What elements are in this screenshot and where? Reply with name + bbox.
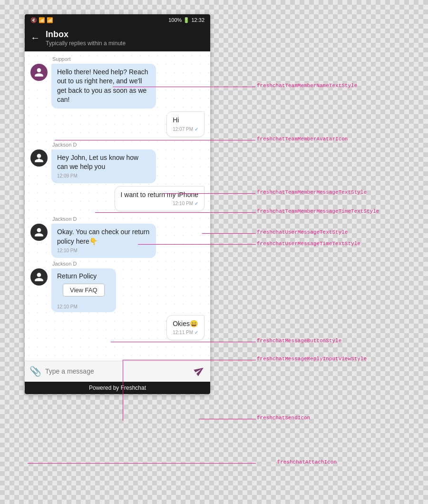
user-message-text: Hi [173,116,179,124]
ann-line-reply-style [123,360,256,360]
person-icon [34,67,44,78]
message-time: 12:10 PM [57,247,150,254]
time-text: 12:10 PM [57,304,78,309]
ann-label-msg-text: freshchatTeamMemberMessageTextStyle [257,189,367,195]
person-icon [34,227,44,237]
ann-label-user-text: freshchatUserMessageTextStyle [257,229,348,235]
agent-message-bubble: Hello there! Need help? Reach out to us … [51,64,156,109]
sender-label-jackson2: Jackson D [52,216,204,222]
ann-attach-area: freshchatAttachIcon [28,463,256,464]
time-text: 12:11 PM [173,329,193,336]
message-time: 12:10 PM [57,304,110,309]
status-bar-time-battery: 100% 🔋 12:32 [168,17,204,23]
ann-line-send [199,419,256,419]
time-text: 12:09 PM [57,173,78,179]
avatar [30,268,48,286]
ann-line-msg-time [95,212,256,213]
sender-label-support: Support [52,56,204,62]
avatar [30,64,48,81]
ann-label-msg-time: freshchatTeamMemberMessageTimeTextStyle [257,208,379,214]
ann-line-reply-v [123,360,123,421]
avatar [30,149,48,167]
agent-message-bubble: Hey John, Let us know how can we help yo… [51,149,156,183]
input-bar: 📎 [25,361,210,382]
attach-icon[interactable]: 📎 [29,366,41,377]
phone-frame: 🔇 📶 📶 100% 🔋 12:32 ← Inbox Typically rep… [25,14,210,394]
status-bar: 🔇 📶 📶 100% 🔋 12:32 [25,14,210,26]
table-row: Okies😄 12:11 PM ✓ [30,315,204,341]
agent-message-text: Hey John, Let us know how can we help yo… [57,154,138,171]
message-input[interactable] [45,367,191,375]
table-row: Hello there! Need help? Reach out to us … [30,64,204,109]
ann-label-name-style: freshchatTeamMemberNameTextStyle [257,83,357,89]
ann-label-attach: freshchatAttachIcon [277,459,337,465]
avatar [30,224,48,241]
inbox-subtitle: Typically replies within a minute [46,40,126,47]
ann-line-name-style [113,87,255,87]
user-message-bubble: Okies😄 12:11 PM ✓ [166,315,204,341]
checkmark-icon: ✓ [195,200,198,207]
status-bar-icons: 🔇 📶 📶 [30,17,53,23]
view-faq-button[interactable]: View FAQ [63,284,105,296]
user-message-text: Okies😄 [173,320,198,327]
person-icon [34,153,44,163]
message-time: 12:10 PM ✓ [121,200,198,207]
agent-button-bubble: Return Policy View FAQ 12:10 PM [51,268,116,312]
powered-by-bar: Powered by Freshchat [25,382,210,394]
back-button[interactable]: ← [30,32,40,43]
ann-label-user-time: freshchatUserMessageTimeTextStyle [257,241,360,247]
user-message-text: I want to return my iPhone [121,191,198,198]
message-time: 12:11 PM ✓ [173,329,198,336]
time-text: 12:07 PM [173,126,193,133]
ann-line-user-time [138,244,256,245]
agent-message-text: Hello there! Need help? Reach out to us … [57,68,148,104]
time-text: 12:10 PM [57,247,78,254]
sender-label-jackson3: Jackson D [52,261,204,267]
checkmark-icon: ✓ [195,126,198,133]
ann-line-attach: freshchatAttachIcon [28,463,256,464]
user-message-bubble: I want to return my iPhone 12:10 PM ✓ [115,186,204,212]
table-row: I want to return my iPhone 12:10 PM ✓ [30,186,204,212]
message-time: 12:07 PM ✓ [173,126,198,133]
ann-line-msg-text [164,193,255,194]
ann-label-btn-style: freshchatMessageButtonStyle [257,338,341,344]
ann-line-avatar [55,140,255,140]
return-policy-title: Return Policy [51,268,116,282]
send-icon[interactable] [192,363,208,380]
chat-area: Support Hello there! Need help? Reach ou… [25,51,210,361]
ann-line-btn-style [111,342,256,342]
ann-line-user-text [202,233,256,234]
agent-message-bubble: Okay. You can check our return policy he… [51,224,156,257]
user-message-bubble: Hi 12:07 PM ✓ [166,111,204,137]
message-time: 12:09 PM [57,173,150,179]
sender-label-jackson1: Jackson D [52,142,204,148]
chat-header: ← Inbox Typically replies within a minut… [25,26,210,51]
table-row: Hey John, Let us know how can we help yo… [30,149,204,183]
time-text: 12:10 PM [173,200,193,207]
status-time: 12:32 [191,17,204,23]
header-text: Inbox Typically replies within a minute [46,30,126,47]
ann-label-reply-style: freshchatMessageReplyInputViewStyle [257,356,367,362]
ann-label-send: freshchatSendIcon [257,415,310,421]
ann-label-avatar: freshchatTeamMemberAvatarIcon [257,136,348,142]
agent-message-text: Okay. You can check our return policy he… [57,228,149,245]
inbox-title: Inbox [46,30,126,40]
checkmark-icon: ✓ [195,329,198,336]
person-icon [34,272,44,282]
table-row: Return Policy View FAQ 12:10 PM [30,268,204,312]
table-row: Okay. You can check our return policy he… [30,224,204,257]
svg-rect-0 [39,158,40,160]
table-row: Hi 12:07 PM ✓ [30,111,204,137]
chat-content: Support Hello there! Need help? Reach ou… [30,56,204,341]
